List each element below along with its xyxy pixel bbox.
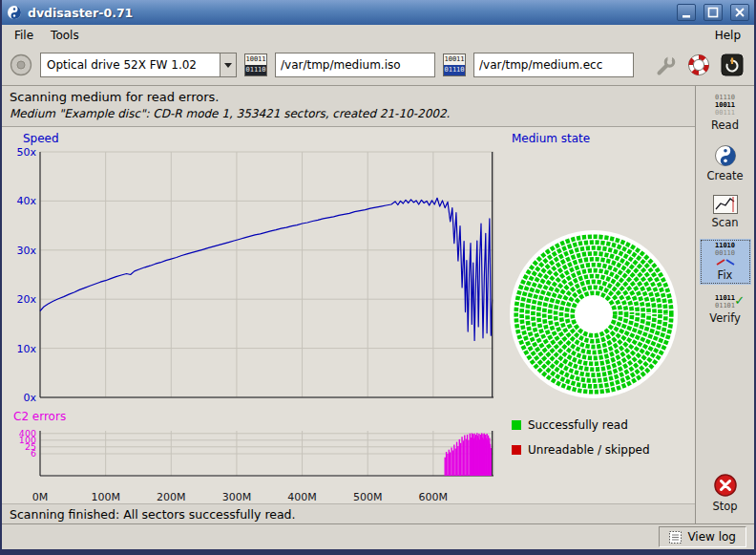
sidebar-button-verify[interactable]: 11011 01101 ✓ Verify bbox=[700, 291, 751, 328]
content-row: Scanning medium for read errors. Medium … bbox=[2, 86, 754, 523]
quit-button[interactable] bbox=[720, 53, 745, 77]
sidebar-button-stop[interactable]: Stop bbox=[700, 470, 751, 516]
ecc-icon-bits-top: 10011 bbox=[444, 54, 465, 65]
lifesaver-icon bbox=[687, 53, 710, 76]
iso-icon-bits-top: 10011 bbox=[245, 54, 266, 65]
sidebar-button-create[interactable]: Create bbox=[700, 141, 751, 185]
legend-item-read: Successfully read bbox=[512, 418, 628, 432]
svg-text:6: 6 bbox=[31, 448, 36, 459]
status-area: Scanning medium for read errors. Medium … bbox=[2, 86, 695, 127]
create-label: Create bbox=[706, 169, 743, 182]
view-log-label: View log bbox=[687, 530, 736, 544]
legend-label-unreadable: Unreadable / skipped bbox=[528, 443, 650, 457]
app-icon bbox=[7, 5, 22, 20]
sidebar-button-fix[interactable]: 11010 00110 Fix bbox=[700, 239, 751, 285]
scan-chart-icon bbox=[713, 195, 738, 214]
view-log-button[interactable]: View log bbox=[659, 526, 746, 547]
drive-select-arrow-button[interactable] bbox=[220, 53, 236, 76]
iso-icon-bits-bottom: 01110 bbox=[245, 65, 266, 75]
stop-label: Stop bbox=[712, 500, 737, 513]
minimize-button[interactable] bbox=[677, 4, 696, 21]
status-line-2: Medium "Example disc": CD-R mode 1, 3534… bbox=[10, 107, 687, 120]
ecc-icon-bits-bottom: 01110 bbox=[444, 65, 465, 75]
curve-panel: 0x10x20x30x40x50x0M100M200M300M400M500M6… bbox=[2, 127, 695, 503]
svg-text:40x: 40x bbox=[16, 195, 36, 207]
svg-text:0x: 0x bbox=[23, 392, 36, 404]
svg-text:600M: 600M bbox=[419, 491, 449, 503]
close-icon bbox=[732, 5, 747, 20]
sidebar-button-scan[interactable]: Scan bbox=[700, 192, 751, 232]
svg-text:20x: 20x bbox=[16, 293, 36, 306]
iso-image-icon: 10011 01110 bbox=[244, 53, 267, 76]
action-sidebar: 01110 10011 00111 Read Create bbox=[695, 86, 754, 523]
svg-text:10x: 10x bbox=[16, 343, 36, 355]
scan-label: Scan bbox=[712, 216, 739, 229]
svg-text:200M: 200M bbox=[157, 491, 186, 503]
c2-errors-label: C2 errors bbox=[13, 410, 66, 423]
maximize-button[interactable] bbox=[704, 4, 723, 21]
menu-file[interactable]: File bbox=[6, 27, 42, 44]
statusbar: View log bbox=[2, 523, 754, 549]
verify-icon: 11011 01101 bbox=[715, 294, 735, 310]
ecc-file-icon: 10011 01110 bbox=[443, 53, 466, 76]
window-title: dvdisaster-0.71 bbox=[28, 6, 133, 20]
titlebar[interactable]: dvdisaster-0.71 bbox=[2, 0, 754, 25]
read-label: Read bbox=[711, 118, 739, 132]
svg-text:300M: 300M bbox=[222, 491, 252, 503]
minimize-icon bbox=[679, 5, 694, 20]
read-icon: 01110 10011 00111 bbox=[715, 94, 735, 117]
close-button[interactable] bbox=[730, 4, 749, 21]
yin-yang-icon bbox=[714, 144, 737, 167]
svg-text:500M: 500M bbox=[353, 491, 383, 503]
legend-swatch-read bbox=[512, 420, 521, 430]
legend-item-unreadable: Unreadable / skipped bbox=[512, 443, 650, 457]
toolbar-right-group bbox=[653, 53, 746, 77]
legend-swatch-unreadable bbox=[512, 445, 521, 455]
toolbar: Optical drive 52X FW 1.02 10011 01110 10… bbox=[2, 45, 754, 86]
scan-result-status: Scanning finished: All sectors successfu… bbox=[2, 503, 695, 523]
chevron-down-icon bbox=[224, 63, 232, 68]
svg-text:0M: 0M bbox=[32, 491, 49, 503]
menubar: File Tools Help bbox=[2, 25, 754, 45]
main-panel: Scanning medium for read errors. Medium … bbox=[2, 86, 695, 523]
power-icon bbox=[721, 53, 744, 76]
stop-icon bbox=[713, 473, 738, 498]
svg-text:100M: 100M bbox=[91, 491, 120, 503]
fix-label: Fix bbox=[718, 268, 733, 282]
menu-tools[interactable]: Tools bbox=[42, 27, 88, 44]
speed-chart-label: Speed bbox=[23, 132, 59, 145]
svg-text:50x: 50x bbox=[16, 146, 36, 159]
ecc-path-input[interactable] bbox=[473, 53, 634, 77]
svg-text:30x: 30x bbox=[16, 245, 36, 257]
medium-state-label: Medium state bbox=[512, 132, 590, 145]
verify-label: Verify bbox=[709, 311, 741, 325]
drive-select-value: Optical drive 52X FW 1.02 bbox=[41, 53, 220, 76]
fix-icon: 11010 00110 bbox=[715, 242, 735, 257]
legend-label-read: Successfully read bbox=[528, 418, 628, 432]
preferences-button[interactable] bbox=[653, 53, 678, 77]
menu-help[interactable]: Help bbox=[705, 27, 750, 44]
sidebar-button-read[interactable]: 01110 10011 00111 Read bbox=[700, 91, 751, 135]
drive-select[interactable]: Optical drive 52X FW 1.02 bbox=[40, 53, 237, 77]
wrench-icon bbox=[654, 53, 677, 76]
app-window: dvdisaster-0.71 File Tools Help Optical … bbox=[0, 0, 756, 555]
log-icon bbox=[669, 531, 682, 544]
drive-icon bbox=[10, 53, 32, 76]
status-line-1: Scanning medium for read errors. bbox=[10, 90, 687, 104]
fix-tools-icon bbox=[714, 259, 737, 267]
help-button[interactable] bbox=[686, 53, 711, 77]
iso-path-input[interactable] bbox=[275, 53, 435, 77]
svg-text:400M: 400M bbox=[287, 491, 317, 503]
maximize-icon bbox=[705, 5, 721, 20]
checkmark-icon: ✓ bbox=[734, 293, 745, 308]
